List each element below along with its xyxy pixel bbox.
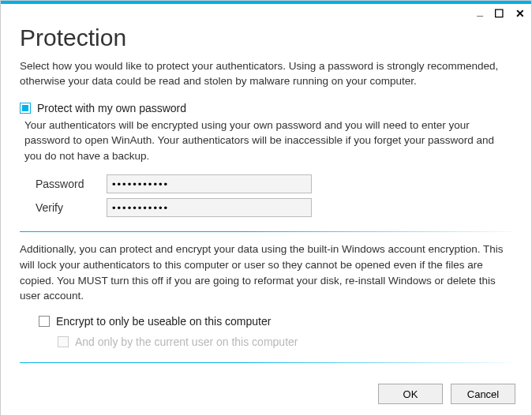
verify-row: Verify: [36, 198, 512, 217]
page-title: Protection: [20, 24, 512, 51]
window-controls: _ ☐ ✕: [1, 4, 531, 21]
protect-checkbox[interactable]: [20, 103, 31, 114]
encrypt-sub-checkbox-label: And only by the current user on this com…: [75, 335, 298, 348]
verify-input[interactable]: [107, 198, 312, 217]
close-icon[interactable]: ✕: [515, 8, 525, 19]
intro-text: Select how you would like to protect you…: [20, 59, 512, 89]
cancel-button[interactable]: Cancel: [451, 384, 515, 404]
maximize-icon[interactable]: ☐: [494, 8, 504, 19]
password-row: Password: [36, 174, 512, 193]
encrypt-sub-checkbox-row: And only by the current user on this com…: [58, 335, 512, 348]
password-input[interactable]: [107, 174, 312, 193]
verify-label: Verify: [36, 201, 107, 214]
encrypt-sub-checkbox: [58, 336, 69, 347]
protect-description: Your authenticators will be encrypted us…: [24, 118, 512, 164]
encrypt-checkbox-label: Encrypt to only be useable on this compu…: [56, 315, 271, 328]
dialog-footer: OK Cancel: [1, 373, 531, 415]
protect-checkbox-label: Protect with my own password: [37, 102, 186, 114]
encrypt-checkbox[interactable]: [39, 316, 50, 327]
dialog-window: _ ☐ ✕ Protection Select how you would li…: [0, 0, 532, 416]
divider-2: [20, 362, 512, 363]
encrypt-checkbox-row: Encrypt to only be useable on this compu…: [39, 315, 512, 328]
minimize-icon[interactable]: _: [477, 6, 483, 17]
protect-checkbox-row: Protect with my own password: [20, 102, 512, 114]
divider-1: [20, 231, 512, 232]
password-label: Password: [36, 178, 107, 190]
encrypt-description: Additionally, you can protect and encryp…: [20, 242, 512, 303]
ok-button[interactable]: OK: [378, 384, 443, 404]
dialog-content: Protection Select how you would like to …: [1, 21, 531, 373]
